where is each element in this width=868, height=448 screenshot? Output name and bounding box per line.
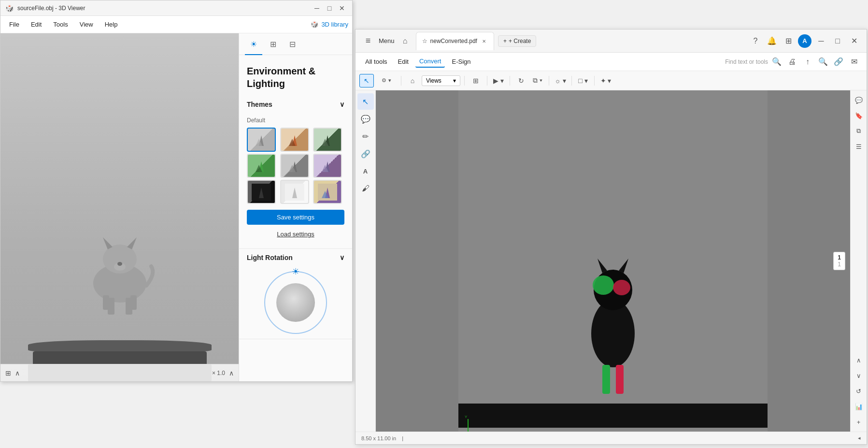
pdf-notifications-button[interactable]: 🔔 [765,34,779,48]
side-tool-link[interactable]: 🔗 [357,145,374,162]
pdf-search-text: Find text or tools [725,58,768,65]
menu-view[interactable]: View [75,19,98,30]
theme-item-grey[interactable] [247,128,276,152]
pdf-menu-edit[interactable]: Edit [394,56,413,67]
toolbar2-sep6 [571,76,572,86]
themes-section-header[interactable]: Themes ∨ [239,96,352,113]
pdf-play-tool[interactable]: ▶ ▾ [491,74,506,87]
theme-item-green[interactable] [247,154,276,178]
right-panel-list[interactable]: ☰ [852,140,866,153]
light-rotation-header[interactable]: Light Rotation ∨ [239,249,352,266]
menu-edit[interactable]: Edit [26,19,46,30]
svg-rect-7 [130,295,137,310]
svg-marker-3 [127,237,137,249]
viewer-maximize-button[interactable]: □ [324,3,335,14]
load-settings-button[interactable]: Load settings [247,228,344,241]
viewer-close-button[interactable]: ✕ [337,3,347,14]
pdf-minimize-button[interactable]: ─ [814,34,828,48]
right-panel-data[interactable]: 📊 [852,400,866,413]
pdf-new-tab-button[interactable]: + + Create [498,35,536,47]
pdf-render-tool[interactable]: □ ▾ [576,74,590,87]
theme-preview-warm [285,131,304,148]
pdf-cursor-tool[interactable]: ↖ [359,74,374,87]
pdf-menu-button[interactable]: ≡ [361,34,375,48]
env-tab-table[interactable]: ⊟ [284,36,301,52]
theme-item-dark-green[interactable] [313,128,342,152]
menu-tools[interactable]: Tools [48,19,72,30]
3d-library-button[interactable]: 🎲 3D library [311,21,348,28]
env-tab-grid[interactable]: ⊞ [264,36,282,52]
theme-item-light[interactable] [280,180,309,204]
env-panel-title: Environment &Lighting [247,65,315,90]
light-rotation-label: Light Rotation [247,254,293,261]
pdf-zoom-button[interactable]: 🔍 [816,55,830,69]
right-panel-scroll-up[interactable]: ∧ [852,353,866,367]
pdf-account-avatar[interactable]: A [798,34,811,48]
pdf-menu-convert[interactable]: Convert [415,56,445,68]
pdf-email-button[interactable]: ✉ [847,55,861,69]
right-panel-bookmark[interactable]: 🔖 [852,109,866,122]
pdf-menu-alltools[interactable]: All tools [361,56,391,67]
theme-item-warm[interactable] [280,128,309,152]
pdf-apps-button[interactable]: ⊞ [782,34,795,48]
pdf-properties-tool[interactable]: ⊞ [469,74,483,87]
save-settings-button[interactable]: Save settings [247,210,344,225]
right-panel-rotate[interactable]: ↺ [852,384,866,398]
pdf-layers-tool[interactable]: ⧉ ▾ [530,74,545,87]
svg-marker-34 [619,259,628,273]
viewer-minimize-button[interactable]: ─ [312,3,322,14]
pdf-page-num2: 1 [838,261,841,268]
pdf-maximize-button[interactable]: □ [831,34,844,48]
right-panel-comment[interactable]: 💬 [852,93,866,107]
pdf-scroll-left-btn[interactable]: ◂ [858,435,861,441]
svg-marker-2 [103,237,113,249]
theme-item-mid[interactable] [280,154,309,178]
side-tool-cursor[interactable]: ↖ [357,93,374,110]
menu-help[interactable]: Help [100,19,123,30]
pdf-home-button[interactable]: ⌂ [398,34,412,48]
viewer-window: 🎲 sourceFile.obj - 3D Viewer ─ □ ✕ File … [0,0,353,382]
menu-file[interactable]: File [4,19,24,30]
pdf-page-size: 8.50 x 11.00 in [361,435,396,441]
right-panel-copy[interactable]: ⧉ [852,124,866,138]
right-panel-scroll-down[interactable]: ∨ [852,369,866,382]
side-tool-comment[interactable]: 💬 [357,111,374,127]
pdf-menu-toolbar: All tools Edit Convert E-Sign Find text … [356,53,867,71]
pdf-home-tool[interactable]: ⌂ [405,74,420,87]
views-label: Views [426,77,441,84]
viewport-scale-up[interactable]: ∧ [229,369,234,377]
pdf-close-button[interactable]: ✕ [847,34,861,48]
pdf-light-tool[interactable]: ☼ ▾ [553,74,568,87]
toolbar2-sep4 [510,76,510,86]
right-panel-zoom-in[interactable]: + [852,415,866,429]
theme-item-multi[interactable] [313,180,342,204]
light-rotation-dial[interactable]: ☀ [264,271,327,334]
pdf-help-button[interactable]: ? [749,34,762,48]
side-tool-text[interactable]: A [357,163,374,179]
3d-viewport[interactable]: ⊞ ∧ × 1.0 ∧ [0,33,239,381]
pdf-page: Y X [458,90,768,432]
pdf-tab-main[interactable]: ☆ newConverted.pdf ✕ [416,32,494,50]
viewer-title-left: 🎲 sourceFile.obj - 3D Viewer [5,4,85,12]
pdf-search-button[interactable]: 🔍 [770,55,783,69]
theme-preview-mid [285,158,304,174]
pdf-rotate-tool[interactable]: ↻ [514,74,528,87]
pdf-tool-options[interactable]: ⚙ ▾ [376,74,397,87]
pdf-views-dropdown[interactable]: Views ▾ [422,75,460,86]
theme-item-purple[interactable] [313,154,342,178]
pdf-menu-label: Menu [379,37,395,44]
themes-grid [247,128,344,204]
pdf-share-button[interactable]: ↑ [801,55,814,69]
svg-point-9 [117,262,122,266]
toolbar2-sep7 [594,76,595,86]
pdf-print-button[interactable]: 🖨 [785,55,799,69]
pdf-crosssection-tool[interactable]: ✦ ▾ [598,74,613,87]
pdf-menu-esign[interactable]: E-Sign [448,56,474,67]
side-tool-pen[interactable]: ✏ [357,128,374,145]
side-tool-stamp[interactable]: 🖌 [357,180,374,197]
pdf-tab-close-button[interactable]: ✕ [480,37,488,45]
pdf-link-button[interactable]: 🔗 [832,55,845,69]
theme-item-black[interactable] [247,180,276,204]
env-tab-lighting[interactable]: ☀ [245,36,262,52]
pdf-viewport[interactable]: Y X 1 1 [376,90,850,432]
